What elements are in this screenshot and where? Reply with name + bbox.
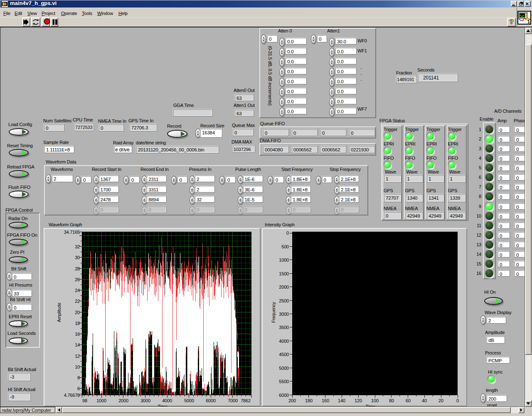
svg-text:1: 1 [527, 19, 530, 24]
